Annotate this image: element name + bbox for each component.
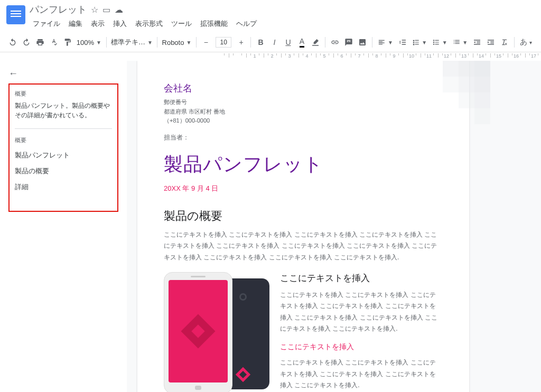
clear-format-button[interactable]	[498, 35, 511, 50]
menubar: ファイル 編集 表示 挿入 表示形式 ツール 拡張機能 ヘルプ	[30, 17, 535, 31]
fontsize-input[interactable]: 10	[216, 37, 232, 48]
italic-button[interactable]: I	[268, 35, 281, 50]
input-tools-button[interactable]: あ▾	[518, 35, 534, 50]
fontsize-increase-button[interactable]: +	[235, 35, 247, 50]
numbered-list-button[interactable]: ▼	[451, 35, 470, 50]
doc-paragraph[interactable]: ここにテキストを挿入 ここにテキストを挿入 ここにテキストを挿入 ここにテキスト…	[164, 229, 437, 264]
indent-decrease-button[interactable]	[471, 35, 483, 50]
outline-back-button[interactable]: ←	[8, 68, 18, 79]
comment-button[interactable]	[342, 35, 355, 50]
svg-point-2	[433, 43, 434, 44]
ruler[interactable]: 12345678910111213141516171819	[209, 52, 541, 61]
svg-point-1	[433, 42, 434, 43]
cloud-icon[interactable]: ☁	[115, 5, 123, 15]
outline-label: 概要	[15, 136, 112, 144]
underline-button[interactable]: U	[282, 35, 294, 50]
decorative-corner	[385, 61, 490, 145]
highlight-button[interactable]	[309, 35, 322, 50]
outline-panel: ← 概要 製品パンフレット。製品の概要やその詳細が書かれている。 概要 製品パン…	[0, 61, 127, 392]
menu-extensions[interactable]: 拡張機能	[197, 17, 231, 31]
document-canvas[interactable]: 会社名 郵便番号 都道府県 市区町村 番地 （+81）000-0000 担当者：…	[127, 61, 541, 392]
summary-text[interactable]: 製品パンフレット。製品の概要やその詳細が書かれている。	[15, 101, 112, 120]
outline-highlight-box: 概要 製品パンフレット。製品の概要やその詳細が書かれている。 概要 製品パンフレ…	[8, 83, 118, 212]
doc-paragraph[interactable]: ここにテキストを挿入 ここにテキストを挿入 ここにテキストを挿入 ここにテキスト…	[280, 290, 437, 335]
menu-file[interactable]: ファイル	[30, 17, 63, 31]
align-button[interactable]: ▼	[376, 35, 395, 50]
doc-heading-1[interactable]: 製品パンフレット	[164, 152, 437, 178]
star-icon[interactable]: ☆	[91, 5, 98, 15]
spellcheck-button[interactable]	[48, 35, 60, 50]
font-select[interactable]: Roboto▼	[161, 35, 193, 50]
doc-heading-3-accent[interactable]: ここにテキストを挿入	[280, 342, 437, 352]
doc-paragraph[interactable]: ここにテキストを挿入 ここにテキストを挿入 ここにテキストを挿入 ここにテキスト…	[280, 357, 437, 391]
toolbar: 100%▼ 標準テキ…▼ Roboto▼ − 10 + B I U A ▼ ▼ …	[0, 33, 541, 52]
line-spacing-button[interactable]	[396, 35, 409, 50]
bullet-list-button[interactable]: ▼	[430, 35, 449, 50]
doc-date[interactable]: 20XX 年 9 月 4 日	[164, 184, 437, 193]
zoom-select[interactable]: 100%▼	[75, 35, 103, 50]
image-button[interactable]	[356, 35, 369, 50]
redo-button[interactable]	[20, 35, 33, 50]
link-button[interactable]	[329, 35, 341, 50]
menu-view[interactable]: 表示	[88, 17, 108, 31]
menu-insert[interactable]: 挿入	[110, 17, 130, 31]
undo-button[interactable]	[6, 35, 19, 50]
summary-label: 概要	[15, 90, 112, 98]
menu-edit[interactable]: 編集	[66, 17, 86, 31]
outline-divider	[15, 128, 112, 129]
indent-increase-button[interactable]	[484, 35, 497, 50]
text-color-button[interactable]: A	[295, 35, 308, 50]
menu-tools[interactable]: ツール	[168, 17, 195, 31]
docs-logo[interactable]	[6, 5, 25, 24]
product-image[interactable]	[164, 272, 269, 392]
checklist-button[interactable]: ▼	[410, 35, 429, 50]
svg-point-0	[433, 40, 434, 41]
bold-button[interactable]: B	[254, 35, 267, 50]
doc-heading-2[interactable]: 製品の概要	[164, 208, 437, 224]
menu-help[interactable]: ヘルプ	[233, 17, 260, 31]
outline-item[interactable]: 製品パンフレット	[15, 147, 112, 163]
menu-format[interactable]: 表示形式	[132, 17, 166, 31]
document-page[interactable]: 会社名 郵便番号 都道府県 市区町村 番地 （+81）000-0000 担当者：…	[137, 61, 469, 392]
paint-format-button[interactable]	[61, 35, 74, 50]
paragraph-style-select[interactable]: 標準テキ…▼	[110, 35, 154, 50]
outline-item[interactable]: 詳細	[15, 179, 112, 195]
doc-title[interactable]: パンフレット	[30, 3, 87, 16]
move-icon[interactable]: ▭	[102, 5, 110, 15]
fontsize-decrease-button[interactable]: −	[200, 35, 212, 50]
doc-heading-3[interactable]: ここにテキストを挿入	[280, 272, 437, 284]
outline-item[interactable]: 製品の概要	[15, 163, 112, 179]
print-button[interactable]	[34, 35, 46, 50]
